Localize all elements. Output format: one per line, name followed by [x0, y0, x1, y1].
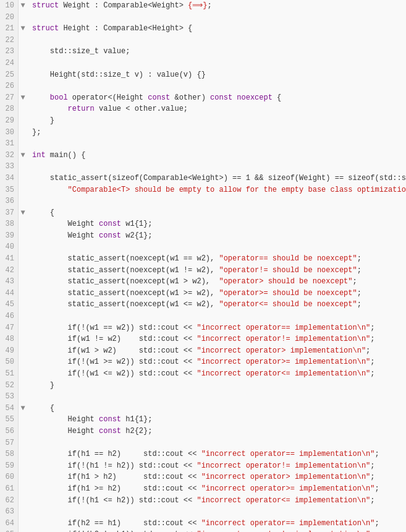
code-line: 56 Height const h2{2}; [0, 426, 406, 437]
code-content: struct Weight : Comparable<Weight> {⟹}; [27, 0, 406, 12]
code-content: if(h1 >= h2) std::cout << "incorrect ope… [27, 483, 406, 495]
fold-arrow[interactable]: ▼ [19, 0, 27, 12]
code-line: 54▼ { [0, 403, 406, 414]
code-line: 30 }; [0, 127, 406, 139]
line-number: 34 [0, 173, 19, 184]
line-number: 28 [0, 103, 19, 115]
code-content: static_assert(noexcept(w1 <= w2), "opera… [27, 299, 406, 311]
line-number: 60 [0, 471, 19, 483]
code-line: 27▼ bool operator<(Height const &other) … [0, 92, 406, 104]
code-line: 20 [0, 12, 406, 24]
line-number: 20 [0, 12, 19, 24]
line-number: 59 [0, 460, 19, 472]
line-number: 50 [0, 356, 19, 368]
code-line: 28 return value < other.value; [0, 103, 406, 115]
code-line: 55 Height const h1{1}; [0, 414, 406, 426]
code-content: if(h1 > h2) std::cout << "incorrect oper… [27, 471, 406, 483]
line-number: 44 [0, 288, 19, 299]
code-content: bool operator<(Height const &other) cons… [27, 92, 406, 104]
line-number: 52 [0, 380, 19, 392]
line-number: 23 [0, 46, 19, 58]
line-number: 63 [0, 506, 19, 518]
code-content: static_assert(noexcept(w1 == w2), "opera… [27, 253, 406, 265]
line-number: 43 [0, 276, 19, 288]
code-line: 42 static_assert(noexcept(w1 != w2), "op… [0, 265, 406, 277]
code-line: 63 [0, 506, 406, 518]
code-content [27, 138, 406, 150]
line-number: 10 [0, 0, 19, 12]
code-content: Height const h1{1}; [27, 414, 406, 426]
line-number: 65 [0, 529, 19, 532]
line-number: 53 [0, 391, 19, 403]
code-content: static_assert(noexcept(w1 > w2), "operat… [27, 276, 406, 288]
line-number: 41 [0, 253, 19, 265]
code-content: } [27, 115, 406, 127]
code-content [27, 241, 406, 253]
line-number: 51 [0, 368, 19, 380]
line-number: 55 [0, 414, 19, 426]
code-line: 62 if(!(h1 <= h2)) std::cout << "incorre… [0, 495, 406, 507]
fold-arrow[interactable]: ▼ [19, 403, 27, 414]
code-line: 23 std::size_t value; [0, 46, 406, 58]
line-number: 39 [0, 230, 19, 242]
code-line: 24 [0, 58, 406, 69]
code-content: Weight const w1{1}; [27, 218, 406, 230]
code-content: }; [27, 127, 406, 139]
fold-arrow[interactable]: ▼ [19, 207, 27, 219]
code-content: if(!(h2 != h1)) std::cout << "incorrect … [27, 529, 406, 532]
code-content [27, 391, 406, 403]
code-content: Weight const w2{1}; [27, 230, 406, 242]
code-content: if(!(w1 <= w2)) std::cout << "incorrect … [27, 368, 406, 380]
code-line: 44 static_assert(noexcept(w1 >= w2), "op… [0, 288, 406, 299]
code-content: if(h1 == h2) std::cout << "incorrect ope… [27, 448, 406, 460]
line-number: 58 [0, 448, 19, 460]
code-content: Height(std::size_t v) : value(v) {} [27, 69, 406, 81]
code-line: 26 [0, 80, 406, 92]
fold-arrow[interactable]: ▼ [19, 92, 27, 104]
fold-arrow[interactable]: ▼ [19, 23, 27, 35]
code-content: if(!(w1 >= w2)) std::cout << "incorrect … [27, 356, 406, 368]
code-content [27, 437, 406, 449]
code-line: 32▼int main() { [0, 150, 406, 161]
code-content: static_assert(noexcept(w1 != w2), "opera… [27, 265, 406, 277]
code-line: 22 [0, 35, 406, 46]
line-number: 40 [0, 241, 19, 253]
code-content: static_assert(sizeof(Comparable<Weight>)… [27, 173, 406, 184]
line-number: 48 [0, 333, 19, 345]
code-line: 39 Weight const w2{1}; [0, 230, 406, 242]
code-editor: 10▼struct Weight : Comparable<Weight> {⟹… [0, 0, 406, 532]
code-line: 64 if(h2 == h1) std::cout << "incorrect … [0, 518, 406, 530]
code-content: { [27, 403, 406, 414]
code-line: 61 if(h1 >= h2) std::cout << "incorrect … [0, 483, 406, 495]
line-number: 25 [0, 69, 19, 81]
line-number: 26 [0, 80, 19, 92]
code-content: return value < other.value; [27, 103, 406, 115]
code-content [27, 12, 406, 24]
code-line: 25 Height(std::size_t v) : value(v) {} [0, 69, 406, 81]
line-number: 45 [0, 299, 19, 311]
code-line: 34 static_assert(sizeof(Comparable<Weigh… [0, 173, 406, 184]
code-content: std::size_t value; [27, 46, 406, 58]
line-number: 57 [0, 437, 19, 449]
code-content: if(!(h1 != h2)) std::cout << "incorrect … [27, 460, 406, 472]
code-content: if(w1 > w2) std::cout << "incorrect oper… [27, 345, 406, 357]
line-number: 37 [0, 207, 19, 219]
code-line: 38 Weight const w1{1}; [0, 218, 406, 230]
line-number: 64 [0, 518, 19, 530]
line-number: 22 [0, 35, 19, 46]
code-lines-container: 10▼struct Weight : Comparable<Weight> {⟹… [0, 0, 406, 532]
code-line: 46 [0, 311, 406, 322]
line-number: 21 [0, 23, 19, 35]
code-line: 53 [0, 391, 406, 403]
code-line: 40 [0, 241, 406, 253]
code-content: if(!(w1 == w2)) std::cout << "incorrect … [27, 322, 406, 334]
code-line: 33 [0, 161, 406, 173]
code-line: 57 [0, 437, 406, 449]
code-line: 51 if(!(w1 <= w2)) std::cout << "incorre… [0, 368, 406, 380]
fold-arrow[interactable]: ▼ [19, 150, 27, 161]
code-line: 29 } [0, 115, 406, 127]
code-line: 43 static_assert(noexcept(w1 > w2), "ope… [0, 276, 406, 288]
code-content: "Comparable<T> should be empty to allow … [27, 184, 406, 196]
code-content: struct Height : Comparable<Height> { [27, 23, 406, 35]
line-number: 47 [0, 322, 19, 334]
